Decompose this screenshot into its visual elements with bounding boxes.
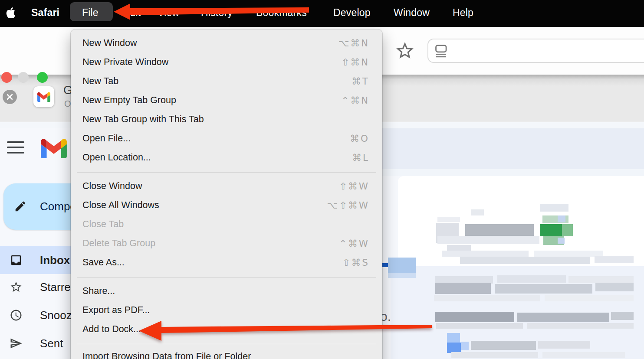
star-icon [10, 281, 23, 294]
menu-item-shortcut: ⌘L [352, 152, 369, 163]
reader-format-icon[interactable] [434, 43, 449, 59]
blurred-text-block [495, 284, 592, 294]
blurred-text-block [437, 217, 460, 222]
menu-item-label: New Window [82, 38, 137, 49]
menu-item-new-tab-group-with-this-tab[interactable]: New Tab Group with This Tab [71, 114, 382, 127]
gmail-logo-icon [41, 138, 67, 158]
blurred-blue-speck [558, 215, 565, 222]
blurred-text-block [435, 312, 514, 322]
blurred-text-block [436, 323, 523, 329]
blurred-text-block [611, 312, 634, 320]
menubar-item-help[interactable]: Help [453, 7, 473, 19]
menu-item-export-as-pdf[interactable]: Export as PDF... [71, 305, 382, 318]
menu-item-shortcut: ⇧⌘S [342, 257, 369, 268]
menu-item-new-window[interactable]: New Window ⌥⌘N [71, 38, 382, 51]
banner-subtitle: O [64, 99, 71, 109]
blurred-text-block [451, 352, 538, 358]
menu-item-shortcut: ⇧⌘W [339, 181, 369, 192]
blurred-text-block [435, 283, 491, 294]
blurred-text-block [460, 257, 590, 264]
blurred-text-block [471, 341, 536, 350]
blurred-text-block [471, 209, 484, 215]
menu-item-open-location[interactable]: Open Location... ⌘L [71, 152, 382, 165]
menu-item-label: New Tab [82, 76, 118, 87]
menu-item-label: New Empty Tab Group [82, 95, 176, 106]
blurred-blue-speck [558, 238, 565, 244]
menu-item-delete-tab-group: Delete Tab Group ⌃⌘W [71, 238, 382, 251]
pencil-icon [14, 200, 27, 213]
close-icon [6, 93, 13, 101]
menu-item-save-as[interactable]: Save As... ⇧⌘S [71, 257, 382, 270]
blurred-text-block [568, 276, 634, 283]
menu-item-label: Close Window [82, 181, 142, 192]
blurred-blue-block [461, 342, 469, 350]
blurred-text-block [534, 251, 603, 257]
bookmark-star-icon[interactable] [394, 40, 415, 61]
blurred-text-block [545, 295, 634, 301]
macos-menu-bar: Safari File Edit View History Bookmarks … [0, 0, 644, 27]
menu-item-shortcut: ⌘O [350, 133, 369, 144]
clock-icon [10, 309, 23, 322]
blurred-text-block [437, 236, 539, 244]
banner-close-button[interactable] [3, 90, 17, 104]
menu-item-label: Import Browsing Data from File or Folder [82, 351, 251, 359]
blurred-text-block [540, 204, 568, 212]
menu-item-close-tab: Close Tab [71, 219, 382, 232]
menu-separator [77, 172, 376, 173]
blurred-text-block [465, 224, 534, 236]
gmail-m-icon [37, 92, 50, 102]
menu-item-close-window[interactable]: Close Window ⇧⌘W [71, 181, 382, 194]
menu-item-label: Open File... [82, 133, 131, 144]
address-bar[interactable] [427, 39, 644, 63]
selected-row-highlight [388, 273, 416, 278]
menu-item-label: Delete Tab Group [82, 238, 155, 249]
menu-item-open-file[interactable]: Open File... ⌘O [71, 133, 382, 146]
blurred-blue-block [447, 343, 461, 353]
blurred-text-block [595, 283, 634, 291]
menu-item-shortcut: ⌃⌘N [341, 95, 369, 106]
blurred-text-block [542, 352, 625, 358]
menu-item-shortcut: ⌃⌘W [339, 238, 369, 249]
menubar-item-develop[interactable]: Develop [333, 7, 371, 19]
menu-item-label: New Private Window [82, 57, 168, 68]
gmail-main-menu-icon[interactable] [7, 141, 24, 155]
menubar-item-window[interactable]: Window [394, 7, 430, 19]
close-window-button[interactable] [1, 72, 12, 83]
menubar-item-view[interactable]: View [158, 7, 179, 19]
blurred-text-block [442, 251, 529, 257]
menu-item-label: Save As... [82, 257, 125, 268]
minimize-window-button[interactable] [18, 72, 29, 83]
blurred-green-block [562, 224, 573, 236]
menu-item-add-to-dock[interactable]: Add to Dock... [71, 324, 382, 337]
menu-separator [77, 344, 376, 344]
blurred-text-block [538, 341, 590, 349]
gmail-app-icon [33, 86, 54, 107]
menubar-item-file[interactable]: File [82, 7, 99, 19]
blurred-text-block [517, 313, 609, 322]
file-dropdown-menu: New Window ⌥⌘N New Private Window ⇧⌘N Ne… [71, 29, 382, 359]
menubar-item-edit[interactable]: Edit [123, 7, 141, 19]
menubar-item-history[interactable]: History [201, 7, 233, 19]
menu-item-new-private-window[interactable]: New Private Window ⇧⌘N [71, 57, 382, 70]
menu-item-import-browsing-data[interactable]: Import Browsing Data from File or Folder [71, 351, 382, 359]
menu-item-shortcut: ⌥⌘N [338, 38, 369, 49]
menubar-item-safari[interactable]: Safari [31, 7, 59, 19]
menu-separator [77, 277, 376, 278]
menu-item-shortcut: ⌥⇧⌘W [327, 200, 369, 211]
apple-logo-icon[interactable] [5, 6, 16, 19]
blurred-blue-block [447, 333, 460, 343]
menu-item-close-all-windows[interactable]: Close All Windows ⌥⇧⌘W [71, 200, 382, 213]
gmail-logo [41, 138, 67, 160]
menu-item-new-empty-tab-group[interactable]: New Empty Tab Group ⌃⌘N [71, 95, 382, 108]
menu-item-share[interactable]: Share... [71, 286, 382, 299]
menubar-item-bookmarks[interactable]: Bookmarks [256, 7, 307, 19]
selected-row-highlight [388, 258, 416, 273]
blurred-text-block [434, 295, 540, 301]
zoom-window-button[interactable] [37, 72, 48, 83]
send-icon [10, 337, 23, 350]
blurred-text-block [497, 275, 566, 283]
menu-item-label: Add to Dock... [82, 324, 141, 335]
menu-item-label: Open Location... [82, 152, 151, 163]
menu-item-new-tab[interactable]: New Tab ⌘T [71, 76, 382, 89]
menu-item-shortcut: ⇧⌘N [341, 57, 369, 68]
